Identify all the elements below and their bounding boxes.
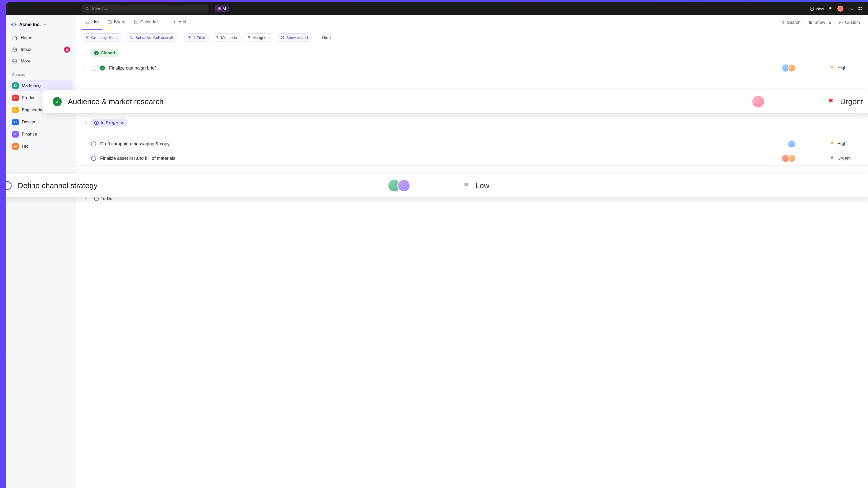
svg-point-67 xyxy=(83,68,84,68)
search-tasks-button[interactable]: Search xyxy=(777,20,804,25)
customize-button[interactable]: Custom xyxy=(836,20,863,25)
nav-inbox[interactable]: Inbox 9 xyxy=(10,44,72,55)
nav-home[interactable]: Home xyxy=(10,33,72,43)
task-assignees[interactable] xyxy=(781,154,796,162)
space-design[interactable]: D Design xyxy=(10,117,72,128)
svg-point-29 xyxy=(16,61,16,61)
show-columns-button[interactable]: Show · 5 xyxy=(805,20,834,25)
svg-point-6 xyxy=(830,7,831,8)
nav-more[interactable]: More xyxy=(10,56,72,66)
task-priority[interactable]: Urgent xyxy=(828,97,863,106)
task-title: Finalize asset list and bill of material… xyxy=(100,156,777,161)
plus-icon xyxy=(172,20,177,24)
space-hr[interactable]: H HR xyxy=(10,141,72,152)
new-button[interactable]: New xyxy=(810,7,824,11)
view-tab-list[interactable]: List xyxy=(82,15,102,30)
task-assignees[interactable] xyxy=(787,140,796,148)
svg-point-62 xyxy=(281,36,284,39)
task-row[interactable]: Draft campaign messaging & copy High xyxy=(76,137,868,151)
task-priority[interactable]: Low xyxy=(463,181,493,190)
svg-point-0 xyxy=(86,7,88,9)
group-by-pill[interactable]: Group by: Status xyxy=(82,33,123,42)
space-icon: E xyxy=(12,107,19,113)
subtasks-pill[interactable]: Subtasks: Collapse all xyxy=(126,33,177,42)
svg-line-22 xyxy=(12,23,13,24)
svg-point-45 xyxy=(781,21,784,23)
filter-pill[interactable]: 1 Filter xyxy=(184,33,209,42)
hide-button[interactable]: Hide xyxy=(319,35,334,40)
task-status-done-icon[interactable] xyxy=(53,97,62,106)
global-search[interactable]: Search... xyxy=(82,5,209,13)
view-tab-calendar[interactable]: Calendar xyxy=(130,15,161,30)
task-priority[interactable]: High xyxy=(830,65,860,70)
status-in-progress-icon xyxy=(94,121,99,125)
task-status-progress-icon[interactable] xyxy=(6,181,12,190)
task-title: Finalize campaign brief xyxy=(109,65,777,71)
task-priority[interactable]: Urgent xyxy=(830,156,860,161)
space-finance[interactable]: F Finance xyxy=(10,129,72,140)
drag-handle-icon[interactable] xyxy=(81,66,85,70)
task-row[interactable]: Finalize campaign brief High xyxy=(76,61,868,75)
workspace-logo-icon xyxy=(11,22,17,27)
svg-line-46 xyxy=(783,23,784,24)
svg-point-11 xyxy=(829,10,830,10)
svg-point-56 xyxy=(132,38,133,39)
plus-circle-icon xyxy=(810,7,814,11)
assignee-avatar xyxy=(787,140,796,148)
task-status-progress-icon[interactable] xyxy=(91,156,96,161)
spaces-header: Spaces xyxy=(10,67,72,79)
svg-point-13 xyxy=(832,10,832,10)
svg-marker-71 xyxy=(86,198,87,200)
task-title: Draft campaign messaging & copy xyxy=(100,141,783,147)
svg-point-27 xyxy=(13,61,14,61)
assignee-avatar xyxy=(787,64,796,72)
svg-rect-17 xyxy=(861,9,862,10)
me-mode-pill[interactable]: Me mode xyxy=(212,33,241,42)
svg-point-66 xyxy=(82,68,83,68)
svg-point-53 xyxy=(840,22,841,23)
svg-rect-36 xyxy=(108,21,111,24)
space-marketing[interactable]: D Marketing xyxy=(10,80,72,91)
task-priority[interactable]: High xyxy=(830,141,860,147)
layers-icon xyxy=(85,36,89,39)
show-closed-pill[interactable]: Show closed xyxy=(277,33,312,42)
ai-button[interactable]: AI xyxy=(215,5,229,12)
task-assignees[interactable] xyxy=(781,64,796,72)
svg-point-68 xyxy=(82,69,83,69)
user-avatar[interactable] xyxy=(837,6,843,12)
group-header-closed[interactable]: Closed xyxy=(76,45,868,61)
task-status-progress-icon[interactable] xyxy=(91,141,96,147)
svg-point-64 xyxy=(82,67,83,67)
task-assignees[interactable] xyxy=(752,95,765,108)
chevron-down-icon xyxy=(84,51,88,55)
status-chip-in-progress: In Progress xyxy=(91,119,127,127)
flag-icon xyxy=(828,98,835,105)
svg-marker-54 xyxy=(86,36,89,38)
settings-sliders-icon xyxy=(808,20,812,25)
task-status-done-icon[interactable] xyxy=(100,65,105,70)
task-checkbox[interactable] xyxy=(91,66,96,70)
status-chip-closed: Closed xyxy=(91,49,118,57)
highlighted-task-row[interactable]: Define channel strategy Low xyxy=(6,174,868,197)
task-row[interactable]: Finalize asset list and bill of material… xyxy=(76,151,868,166)
board-icon xyxy=(107,20,112,24)
space-icon: F xyxy=(12,131,19,137)
search-icon xyxy=(86,7,89,11)
app-menu-icon[interactable] xyxy=(857,6,863,11)
task-assignees[interactable] xyxy=(388,179,410,192)
group-header-in-progress[interactable]: In Progress xyxy=(76,115,868,131)
workspace-switcher[interactable]: Acme Inc. xyxy=(10,20,72,32)
add-view-button[interactable]: Add xyxy=(169,15,190,30)
assignees-pill[interactable]: Assignees xyxy=(243,33,274,42)
view-tab-board[interactable]: Board xyxy=(104,15,129,30)
status-closed-icon xyxy=(94,51,99,55)
chevron-right-icon xyxy=(84,197,88,201)
highlighted-task-row[interactable]: Audience & market research Urgent xyxy=(42,90,868,113)
flag-icon xyxy=(830,66,835,70)
search-icon xyxy=(780,20,785,25)
search-placeholder: Search... xyxy=(92,6,108,11)
svg-point-7 xyxy=(832,7,832,8)
svg-point-35 xyxy=(86,23,86,23)
apps-grid-icon[interactable] xyxy=(828,6,833,11)
space-icon: D xyxy=(12,83,19,89)
